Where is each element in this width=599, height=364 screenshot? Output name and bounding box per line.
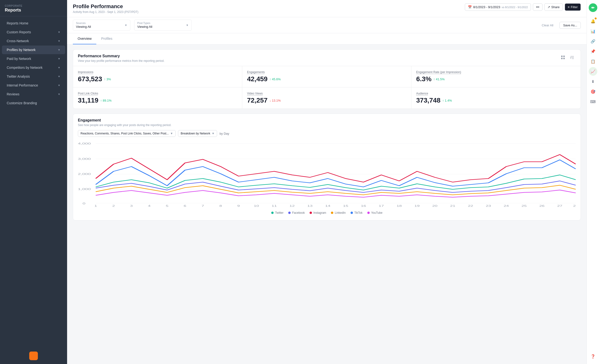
metric-cell-4: Video Views 72,257 ↓ 13.1%	[242, 88, 411, 108]
engagement-title: Engagement	[78, 118, 171, 123]
svg-text:7: 7	[202, 205, 204, 207]
tab-overview[interactable]: Overview	[73, 33, 96, 44]
sidebar-item-competitors-by-network[interactable]: Competitors by Network▼	[2, 63, 65, 72]
sources-value: Viewing All	[76, 25, 91, 28]
tab-profiles[interactable]: Profiles	[96, 33, 117, 44]
svg-text:3: 3	[130, 205, 133, 207]
legend-dot	[271, 212, 274, 214]
link-button[interactable]: 🔗	[589, 37, 597, 45]
chevron-icon: ▼	[58, 66, 60, 69]
chart-container: 4,000 3,000 2,000 1,000 0	[73, 140, 581, 220]
page-title: Profile Performance	[73, 3, 138, 9]
performance-summary-card: Performance Summary View your key profil…	[73, 49, 581, 109]
legend-label: Twitter	[275, 211, 283, 214]
breakdown-chevron-icon: ▼	[211, 132, 214, 135]
performance-summary-subtitle: View your key profile performance metric…	[78, 59, 164, 62]
filter-row: Sources Viewing All ▼ Post Types Viewing…	[67, 17, 587, 33]
topbar-actions: 📅 8/1/2023 - 9/1/2023 vs 8/1/2022 - 9/1/…	[465, 3, 581, 11]
target-button[interactable]: 🎯	[589, 87, 597, 96]
svg-rect-1	[563, 56, 565, 57]
more-options-button[interactable]: •••	[533, 3, 542, 11]
svg-rect-3	[563, 58, 565, 59]
vs-range-value: vs 8/1/2022 - 9/1/2022	[502, 6, 528, 9]
sources-chevron-icon: ▼	[125, 24, 127, 27]
svg-text:4,000: 4,000	[78, 142, 91, 145]
svg-text:2: 2	[112, 205, 115, 207]
metric-value: 6.3% ↑ 41.5%	[416, 75, 576, 83]
metric-value: 373,748 ↑ 1.4%	[416, 97, 576, 104]
metric-cell-3: Post Link Clicks 31,119 ↑ 89.1%	[73, 88, 242, 108]
svg-text:17: 17	[379, 205, 384, 207]
sidebar-item-label: Twitter Analysis	[7, 74, 30, 78]
svg-text:1,000: 1,000	[78, 188, 91, 190]
sidebar-header: Corporate Reports	[0, 0, 67, 16]
engagement-header: Engagement See how people are engaging w…	[73, 114, 581, 130]
legend-label: Instagram	[313, 211, 326, 214]
sidebar: Corporate Reports Reports HomeCustom Rep…	[0, 0, 67, 364]
sidebar-item-twitter-analysis[interactable]: Twitter Analysis▼	[2, 72, 65, 81]
grid-view-button[interactable]	[559, 54, 567, 61]
post-types-filter[interactable]: Post Types Viewing All ▼	[134, 20, 192, 31]
sidebar-item-customize-branding[interactable]: Customize Branding	[2, 99, 65, 107]
breakdown-select[interactable]: Breakdown by Network ▼	[178, 130, 217, 137]
svg-text:16: 16	[361, 205, 366, 207]
engagement-filters: Reactions, Comments, Shares, Post Link C…	[73, 130, 581, 140]
engagement-card: Engagement See how people are engaging w…	[73, 114, 581, 221]
metric-change: ↑ 89.1%	[100, 99, 112, 102]
sidebar-item-reviews[interactable]: Reviews▼	[2, 90, 65, 98]
share-button[interactable]: ↗ Share	[544, 3, 563, 11]
filter-icon: ≡	[568, 5, 570, 9]
notifications-button[interactable]: 🔔	[589, 17, 597, 25]
clear-all-button[interactable]: Clear All	[539, 22, 556, 28]
list-button[interactable]: 📋	[589, 57, 597, 66]
sidebar-nav: Reports HomeCustom Reports▼Cross-Network…	[0, 16, 67, 348]
svg-text:10: 10	[254, 205, 259, 207]
metric-change: ↑ 45.6%	[270, 77, 281, 81]
sort-button[interactable]	[569, 54, 576, 61]
svg-text:15: 15	[343, 205, 348, 207]
sidebar-item-cross-network[interactable]: Cross-Network▼	[2, 37, 65, 45]
by-day-label: by Day	[220, 132, 229, 135]
user-avatar[interactable]: ✏	[589, 3, 597, 12]
filter-button[interactable]: ≡ Filter	[565, 3, 581, 11]
download-button[interactable]: ⬇	[589, 77, 597, 86]
engagement-metrics-select[interactable]: Reactions, Comments, Shares, Post Link C…	[78, 130, 176, 137]
date-range-value: 8/1/2023 - 9/1/2023	[473, 5, 500, 9]
metric-cell-0: Impressions 673,523 ↑ 3%	[73, 66, 242, 88]
svg-text:3,000: 3,000	[78, 157, 91, 160]
legend-dot	[331, 212, 333, 214]
sidebar-item-custom-reports[interactable]: Custom Reports▼	[2, 28, 65, 36]
metrics-chevron-icon: ▼	[170, 132, 173, 135]
sidebar-item-profiles-by-network[interactable]: Profiles by Network▼	[2, 45, 65, 54]
metric-value: 673,523 ↑ 3%	[78, 75, 237, 83]
legend-item-tiktok: TikTok	[351, 211, 362, 214]
sidebar-item-label: Reviews	[7, 92, 19, 96]
metric-cell-1: Engagements 42,459 ↑ 45.6%	[242, 66, 411, 88]
svg-text:6: 6	[184, 205, 186, 207]
sidebar-item-paid-by-network[interactable]: Paid by Network▼	[2, 54, 65, 63]
svg-text:21: 21	[450, 205, 455, 207]
svg-text:12: 12	[290, 205, 295, 207]
pin-button[interactable]: 📌	[589, 47, 597, 56]
help-button[interactable]: ❓	[589, 352, 597, 361]
share-icon: ↗	[547, 5, 550, 9]
reports-button[interactable]: 📈	[589, 67, 597, 76]
calendar-icon: 📅	[468, 5, 472, 9]
sidebar-item-internal-performance[interactable]: Internal Performance▼	[2, 81, 65, 90]
svg-rect-0	[561, 56, 563, 57]
sidebar-title: Reports	[5, 8, 62, 13]
analytics-button[interactable]: 📊	[589, 27, 597, 36]
svg-text:14: 14	[325, 205, 330, 207]
legend-label: YouTube	[371, 211, 382, 214]
sidebar-item-reports-home[interactable]: Reports Home	[2, 19, 65, 27]
metric-label: Audience	[416, 92, 576, 95]
metric-value: 42,459 ↑ 45.6%	[247, 75, 406, 83]
svg-text:24: 24	[504, 205, 509, 207]
sidebar-item-label: Paid by Network	[7, 57, 31, 61]
date-range-button[interactable]: 📅 8/1/2023 - 9/1/2023 vs 8/1/2022 - 9/1/…	[465, 3, 531, 11]
sources-filter[interactable]: Sources Viewing All ▼	[73, 20, 130, 31]
keyboard-button[interactable]: ⌨	[589, 97, 597, 106]
save-as-button[interactable]: Save As...	[559, 22, 581, 29]
metric-label: Post Link Clicks	[78, 92, 237, 95]
metric-change: ↓ 13.1%	[270, 99, 281, 102]
